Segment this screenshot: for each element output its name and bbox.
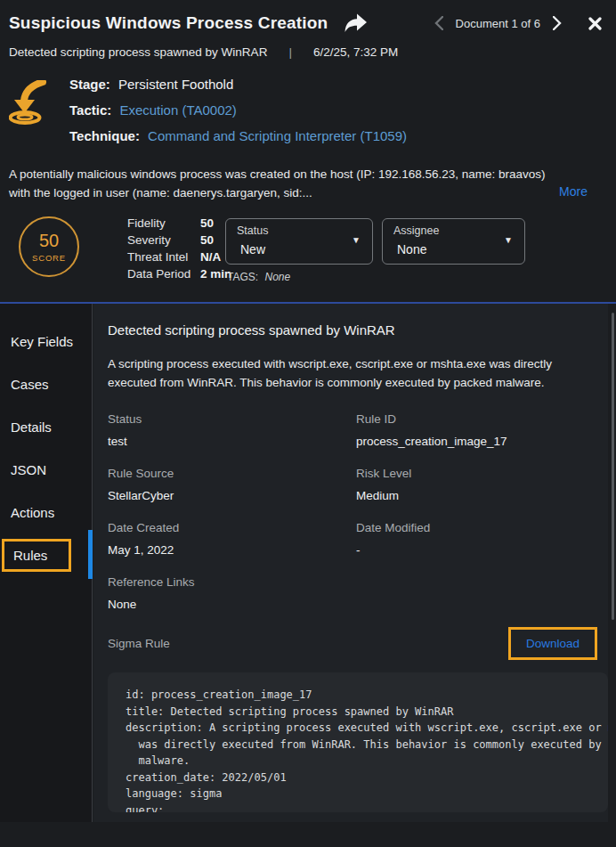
close-icon[interactable] [588,17,602,30]
field-date-modified: Date Modified - [356,521,608,557]
score-band: 50 SCORE Fidelity 50 Severity 50 Threat … [0,208,616,302]
sigma-rule-code: id: process_creation_image_17 title: Det… [108,672,608,812]
persistent-foothold-stage-icon [9,77,57,154]
field-status: Status test [108,412,356,448]
score-label: SCORE [32,253,66,263]
caret-down-icon: ▼ [504,235,513,245]
caret-down-icon: ▼ [352,235,361,245]
rule-title: Detected scripting process spawned by Wi… [108,322,594,338]
rule-fields-grid: Status test Rule ID process_creation_ima… [108,412,608,611]
technique-row: Technique: Command and Scripting Interpr… [69,128,407,143]
technique-link[interactable]: Command and Scripting Interpreter (T1059… [148,128,407,143]
metric-threat-intel: Threat Intel N/A [127,248,231,265]
sidebar-item-details[interactable]: Details [0,405,92,448]
rules-tab-content: Detected scripting process spawned by Wi… [93,304,608,822]
rule-description: A scripting process executed with wscrip… [108,354,594,392]
sidebar-item-rules[interactable]: Rules [0,533,92,576]
tactic-row: Tactic: Execution (TA0002) [69,102,407,118]
metric-fidelity: Fidelity 50 [127,215,231,232]
sigma-rule-label: Sigma Rule [108,637,170,650]
sidebar-item-cases[interactable]: Cases [0,362,92,405]
assignee-dropdown-value: None [397,242,426,257]
field-risk-level: Risk Level Medium [356,467,608,502]
sigma-rule-row: Sigma Rule Download [108,627,597,660]
field-date-created: Date Created May 1, 2022 [108,521,356,557]
stage-row: Stage: Persistent Foothold [69,77,407,92]
chevron-right-icon[interactable] [549,14,565,32]
metric-data-period: Data Period 2 min [127,265,231,282]
more-link[interactable]: More [559,183,588,201]
score-value: 50 [39,231,59,251]
technique-label: Technique: [69,128,140,143]
sidebar-item-key-fields[interactable]: Key Fields [0,320,92,362]
metrics-list: Fidelity 50 Severity 50 Threat Intel N/A… [127,215,231,282]
page-title: Suspicious Windows Process Creation [9,13,328,33]
header: Suspicious Windows Process Creation Docu… [0,0,616,35]
alert-detail-panel: Suspicious Windows Process Creation Docu… [0,0,616,847]
sidebar-item-rules-label: Rules [2,539,71,572]
alert-subtitle: Detected scripting process spawned by Wi… [9,45,267,59]
tags-row: TAGS: None [227,271,290,283]
tags-label: TAGS: [227,271,258,283]
chevron-left-icon[interactable] [431,14,447,32]
forward-share-button[interactable] [342,12,369,35]
score-badge: 50 SCORE [19,216,79,277]
active-tab-indicator [88,530,93,579]
scrollbar-thumb[interactable] [612,313,614,620]
sidebar-item-actions[interactable]: Actions [0,491,92,533]
alert-summary-text: A potentially malicious windows process … [9,165,552,202]
status-dropdown-value: New [240,242,265,257]
assignee-dropdown[interactable]: Assignee None ▼ [382,218,525,265]
alert-timestamp: 6/2/25, 7:32 PM [313,45,398,59]
detail-body: Key Fields Cases Details JSON Actions Ru… [0,304,616,845]
download-button[interactable]: Download [508,627,597,660]
field-reference-links: Reference Links None [108,575,356,611]
status-dropdown-label: Status [237,224,268,237]
alert-summary: A potentially malicious windows process … [9,165,604,202]
detail-sidebar: Key Fields Cases Details JSON Actions Ru… [0,304,93,822]
assignee-dropdown-label: Assignee [393,224,439,237]
stage-value: Persistent Foothold [118,77,233,92]
status-dropdown[interactable]: Status New ▼ [225,218,373,265]
scrollbar-track [608,304,616,822]
tactic-link[interactable]: Execution (TA0002) [119,102,236,118]
tactic-label: Tactic: [69,102,111,118]
document-navigation: Document 1 of 6 [431,14,602,32]
field-rule-source: Rule Source StellarCyber [108,467,356,502]
sidebar-item-json[interactable]: JSON [0,448,92,491]
metric-severity: Severity 50 [127,232,231,248]
forward-arrow-icon [342,12,369,35]
header-subtitle-row: Detected scripting process spawned by Wi… [0,35,616,59]
tags-value: None [264,271,290,283]
subtitle-separator: | [288,45,292,59]
field-rule-id: Rule ID process_creation_image_17 [356,412,608,448]
document-counter: Document 1 of 6 [456,17,540,30]
stage-label: Stage: [69,77,110,92]
kill-chain-section: Stage: Persistent Foothold Tactic: Execu… [9,77,616,154]
